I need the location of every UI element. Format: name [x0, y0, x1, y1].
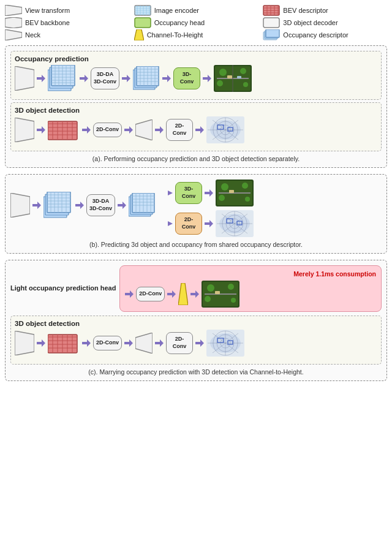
arrow-icon — [37, 126, 45, 134]
svg-marker-87 — [195, 126, 204, 134]
arrow-icon — [82, 339, 91, 347]
svg-point-65 — [219, 69, 227, 76]
occ-viz-c — [202, 281, 239, 308]
svg-marker-99 — [10, 193, 30, 218]
svg-marker-162 — [37, 339, 45, 347]
arrow-icon — [37, 339, 45, 347]
svg-rect-27 — [266, 29, 279, 37]
bev-descriptor-shape — [48, 119, 80, 141]
svg-rect-136 — [229, 190, 234, 193]
svg-marker-59 — [162, 75, 171, 82]
2dconv-c-det2: 2D-Conv — [166, 332, 193, 354]
panel-b-flow: 3D-DA3D-Conv — [10, 180, 382, 237]
fork-arrow-top — [160, 189, 173, 197]
legend-image-encoder: Image encoder — [134, 5, 258, 16]
ms-consumption-label: Merely 1.1ms consumption — [293, 270, 376, 278]
svg-marker-44 — [80, 75, 88, 82]
view-transform-b — [10, 193, 30, 218]
svg-marker-60 — [203, 75, 211, 82]
panel-c-title: Light occupancy prediction head — [10, 284, 116, 293]
svg-rect-69 — [227, 75, 232, 78]
bev-descriptor-icon — [263, 5, 280, 16]
legend-label: Image encoder — [154, 7, 199, 14]
2dconv-c-det1: 2D-Conv — [93, 336, 122, 350]
svg-rect-21 — [135, 18, 151, 28]
scene-viz-c — [206, 330, 244, 357]
svg-point-133 — [242, 183, 248, 189]
legend-label: Channel-To-Height — [147, 31, 203, 39]
arrow-icon-c1 — [125, 290, 134, 298]
legend-channel-to-height: Channel-To-Height — [134, 29, 258, 40]
legend-bev-backbone: BEV backbone — [5, 17, 129, 28]
panel-a: Occupancy prediction — [5, 45, 387, 168]
fork-arrow-bottom — [160, 220, 173, 227]
panel-a-title: Occupancy prediction — [15, 55, 377, 62]
arrow-icon-c2 — [167, 290, 176, 298]
arrow-icon — [124, 126, 133, 134]
image-encoder-icon — [134, 5, 151, 16]
scene-viz-b — [216, 210, 254, 237]
svg-rect-70 — [237, 76, 241, 78]
svg-marker-114 — [75, 202, 84, 209]
arrow-icon — [75, 202, 84, 209]
svg-marker-151 — [178, 283, 188, 305]
svg-rect-160 — [215, 291, 220, 294]
panel-b: 3D-DA3D-Conv — [5, 174, 387, 254]
bev-descriptor-c — [48, 332, 80, 354]
arrow-icon — [32, 202, 41, 209]
channel-to-height-icon — [134, 29, 144, 40]
2dconv-box-a1: 2D-Conv — [93, 123, 122, 137]
neck-icon — [5, 29, 22, 40]
legend-label: Neck — [25, 31, 40, 39]
3dda-conv-box: 3D-DA3D-Conv — [91, 67, 119, 89]
svg-marker-20 — [5, 17, 22, 28]
2dconv-c1: 2D-Conv — [136, 287, 165, 301]
svg-marker-175 — [135, 333, 153, 354]
arrow-icon — [122, 75, 130, 82]
svg-point-156 — [207, 284, 214, 292]
svg-point-68 — [243, 82, 248, 87]
svg-marker-83 — [82, 126, 91, 134]
neck-shape-a — [135, 119, 153, 140]
arrow-icon — [162, 75, 171, 82]
svg-marker-115 — [118, 202, 126, 209]
object-decoder-icon — [263, 17, 280, 28]
cube-stack-2 — [133, 66, 160, 91]
arrow-icon — [205, 189, 213, 197]
svg-point-157 — [228, 284, 234, 290]
view-transform-icon — [5, 5, 22, 16]
svg-marker-23 — [5, 29, 22, 40]
svg-marker-71 — [15, 118, 34, 142]
legend-neck: Neck — [5, 29, 129, 40]
legend-label: 3D object decoder — [283, 19, 337, 26]
arrow-icon — [195, 126, 204, 134]
3dconv-green-box: 3D-Conv — [173, 67, 200, 89]
panel-c: Light occupancy prediction head Merely 1… — [5, 260, 387, 381]
arrow-icon — [205, 220, 213, 227]
arrow-icon — [82, 126, 91, 134]
cube-stack-b2 — [129, 193, 156, 218]
svg-point-132 — [221, 183, 228, 191]
svg-marker-100 — [32, 202, 41, 209]
occupancy-prediction-section: Occupancy prediction — [10, 51, 382, 100]
svg-marker-28 — [15, 66, 34, 91]
arrow-icon — [80, 75, 88, 82]
neck-c — [135, 333, 153, 354]
svg-rect-22 — [263, 18, 279, 28]
light-occ-pink-box: Merely 1.1ms consumption 2D-Conv — [119, 265, 382, 312]
svg-marker-137 — [205, 220, 213, 227]
legend-label: Occupancy descriptor — [283, 31, 348, 39]
svg-marker-176 — [155, 339, 164, 347]
2dconv-peach-b: 2D-Conv — [175, 213, 202, 234]
svg-point-135 — [245, 197, 250, 202]
svg-marker-86 — [155, 126, 164, 134]
object-detection-section-a: 3D object detection — [10, 102, 382, 151]
svg-point-67 — [217, 80, 223, 86]
svg-marker-173 — [82, 339, 91, 347]
panel-c-subtitle: 3D object detection — [15, 320, 377, 327]
svg-marker-128 — [205, 189, 213, 197]
arrow-icon-c3 — [190, 290, 199, 298]
panel-a-caption: (a). Performing occupancy prediction and… — [10, 155, 382, 162]
occ-pred-flow: 3D-DA3D-Conv — [15, 65, 377, 92]
legend-label: Occupancy head — [154, 19, 205, 26]
